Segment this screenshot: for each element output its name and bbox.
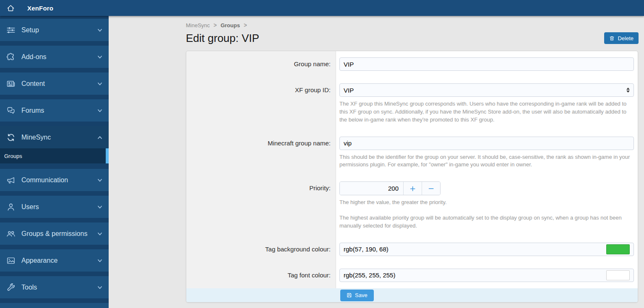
group-name-label: Group name:	[294, 60, 331, 67]
sidebar-item-minesync[interactable]: MineSync	[0, 126, 109, 148]
tag-font-colour-label: Tag font colour:	[287, 272, 331, 279]
sidebar-spacer	[0, 16, 109, 19]
breadcrumb-separator-icon: >	[244, 22, 247, 29]
sidebar-item-label: Communication	[21, 176, 96, 184]
sidebar-item-label: Appearance	[21, 257, 96, 264]
chat-bubbles-icon	[6, 106, 16, 116]
priority-decrement-button[interactable]: −	[422, 182, 440, 195]
sidebar-item-partial	[0, 303, 109, 308]
sidebar-item-content[interactable]: Content	[0, 72, 109, 95]
newspaper-icon	[6, 79, 16, 89]
user-icon	[6, 202, 16, 212]
edit-group-form: Group name: XF group ID: VIP The XF grou…	[186, 51, 638, 303]
tag-background-colour-swatch[interactable]	[606, 244, 630, 254]
sidebar-item-groups[interactable]: Groups	[0, 148, 109, 163]
priority-label: Priority:	[309, 184, 331, 192]
sidebar-section-minesync: MineSync Groups	[0, 126, 109, 163]
sidebar-item-label: Content	[21, 80, 96, 88]
save-button[interactable]: Save	[340, 290, 374, 301]
priority-increment-button[interactable]: +	[403, 182, 422, 195]
sidebar-divider	[0, 272, 109, 276]
minecraft-group-name-help: This should be the identifier for the gr…	[339, 153, 634, 169]
priority-help-2: The highest available priority group wil…	[339, 214, 634, 230]
breadcrumb: MineSync > Groups >	[186, 22, 639, 29]
sidebar-divider	[0, 218, 109, 223]
sidebar: Setup Add-ons Content Forums	[0, 16, 109, 308]
select-stepper-icon	[626, 88, 630, 93]
puzzle-icon	[6, 52, 16, 62]
sidebar-item-label: Forums	[21, 107, 96, 114]
wrench-icon	[6, 282, 16, 292]
selected-indicator	[106, 148, 109, 163]
tag-font-colour-input[interactable]: rgb(255, 255, 255)	[339, 269, 634, 282]
chevron-down-icon	[96, 108, 103, 114]
chevron-down-icon	[96, 231, 103, 237]
priority-help-1: The higher the value, the greater the pr…	[339, 199, 634, 207]
megaphone-icon	[6, 175, 16, 185]
xf-group-id-help: The XF group this MineSync group corresp…	[339, 100, 634, 124]
minecraft-group-name-input[interactable]	[339, 137, 634, 150]
sidebar-item-label: Tools	[21, 284, 96, 291]
chevron-down-icon	[96, 258, 103, 264]
sidebar-item-appearance[interactable]: Appearance	[0, 249, 109, 272]
home-icon[interactable]	[5, 3, 16, 13]
sidebar-divider	[0, 245, 109, 249]
sidebar-divider	[0, 298, 109, 303]
minecraft-group-name-label: Minecraft group name:	[268, 140, 331, 147]
sidebar-item-forums[interactable]: Forums	[0, 99, 109, 122]
image-icon	[6, 256, 16, 266]
sidebar-divider	[0, 163, 109, 169]
save-button-label: Save	[355, 292, 368, 298]
sidebar-item-label: Setup	[21, 26, 96, 34]
sidebar-item-communication[interactable]: Communication	[0, 169, 109, 191]
chevron-down-icon	[96, 27, 103, 33]
title-row: Edit group: VIP Delete	[186, 31, 639, 45]
xf-group-id-selected-value: VIP	[344, 87, 626, 94]
form-row-tag-font-colour: Tag font colour: rgb(255, 255, 255)	[186, 262, 638, 288]
group-name-input[interactable]	[339, 57, 634, 71]
chevron-down-icon	[96, 177, 103, 183]
sidebar-item-users[interactable]: Users	[0, 196, 109, 218]
xf-group-id-select[interactable]: VIP	[339, 83, 634, 97]
breadcrumb-minesync[interactable]: MineSync	[186, 22, 210, 28]
sidebar-divider	[0, 41, 109, 46]
app-title: XenForo	[27, 5, 53, 12]
priority-stepper: + −	[339, 181, 441, 195]
chevron-up-icon	[96, 135, 103, 140]
chevron-down-icon	[96, 204, 103, 210]
sidebar-divider	[0, 191, 109, 196]
sidebar-item-add-ons[interactable]: Add-ons	[0, 46, 109, 68]
form-row-tag-background-colour: Tag background colour: rgb(57, 190, 68)	[186, 236, 638, 262]
sidebar-divider	[0, 95, 109, 99]
sidebar-divider	[0, 122, 109, 126]
tag-background-colour-label: Tag background colour:	[265, 246, 331, 253]
form-row-xf-group-id: XF group ID: VIP The XF group this MineS…	[186, 77, 638, 130]
breadcrumb-separator-icon: >	[214, 22, 217, 29]
tag-font-colour-swatch[interactable]	[606, 270, 630, 280]
sidebar-divider	[0, 68, 109, 72]
sidebar-item-label: Users	[21, 203, 96, 211]
chevron-down-icon	[96, 54, 103, 60]
breadcrumb-groups[interactable]: Groups	[221, 22, 240, 28]
delete-button-label: Delete	[618, 35, 634, 41]
sidebar-item-tools[interactable]: Tools	[0, 276, 109, 298]
sidebar-subitem-label: Groups	[4, 153, 22, 159]
page-title: Edit group: VIP	[186, 32, 604, 45]
main-content: MineSync > Groups > Edit group: VIP Dele…	[109, 16, 644, 308]
form-row-group-name: Group name:	[186, 51, 638, 77]
delete-button[interactable]: Delete	[604, 32, 639, 44]
chevron-down-icon	[96, 285, 103, 290]
form-row-priority: Priority: + − The higher the value, the …	[186, 175, 638, 236]
sidebar-item-setup[interactable]: Setup	[0, 19, 109, 41]
floppy-disk-icon	[347, 292, 352, 298]
tag-background-colour-input[interactable]: rgb(57, 190, 68)	[339, 243, 634, 256]
priority-input[interactable]	[340, 182, 403, 195]
top-bar: XenForo	[0, 0, 644, 16]
sidebar-item-label: Add-ons	[21, 53, 96, 61]
form-footer: Save	[186, 288, 638, 302]
xf-group-id-label: XF group ID:	[295, 86, 331, 93]
sidebar-item-groups-permissions[interactable]: Groups & permissions	[0, 223, 109, 245]
trash-icon	[609, 36, 615, 41]
sidebar-item-label: MineSync	[21, 134, 96, 141]
sync-icon	[6, 132, 16, 142]
